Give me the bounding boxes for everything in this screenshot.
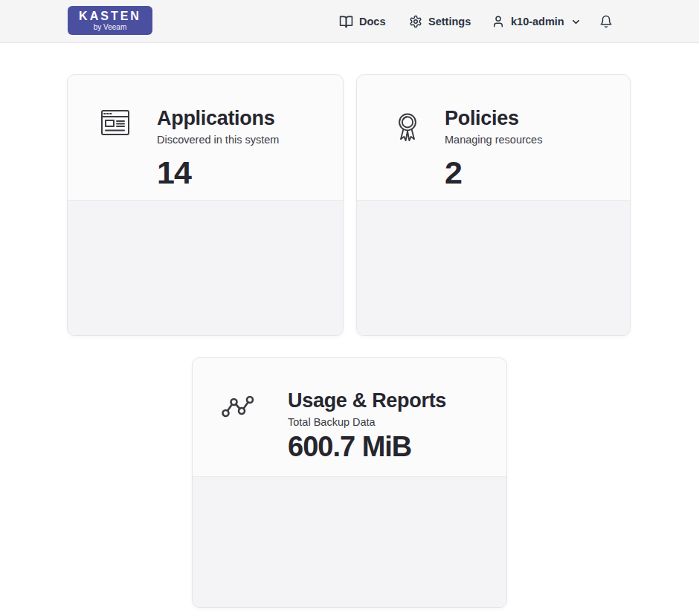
docs-label: Docs <box>359 16 385 27</box>
notifications-button[interactable] <box>599 0 613 43</box>
applications-window-icon <box>100 109 130 139</box>
kasten-logo[interactable]: KASTEN by Veeam <box>68 6 152 35</box>
logo-title: KASTEN <box>79 10 141 22</box>
applications-count: 14 <box>157 157 191 189</box>
chevron-down-icon <box>570 16 582 27</box>
chart-nodes-icon <box>221 392 255 424</box>
user-label: k10-admin <box>511 16 564 27</box>
settings-link[interactable]: Settings <box>409 0 471 43</box>
policies-title: Policies <box>445 108 519 129</box>
award-ribbon-icon <box>393 111 422 148</box>
policies-subtitle: Managing resources <box>445 134 542 146</box>
applications-subtitle: Discovered in this system <box>157 134 279 146</box>
user-menu[interactable]: k10-admin <box>492 0 582 43</box>
user-icon <box>492 15 505 28</box>
docs-link[interactable]: Docs <box>339 0 385 43</box>
settings-label: Settings <box>428 16 471 27</box>
applications-badges-section: 1 Compliant 0 Non-Compliant 13 Unmanaged <box>68 200 343 335</box>
book-icon <box>339 15 353 29</box>
usage-total: 600.7 MiB <box>288 432 411 461</box>
logo-subtitle: by Veeam <box>94 24 126 31</box>
policies-card: Policies Managing resources 2 2 Backup P… <box>356 74 631 336</box>
applications-card: Applications Discovered in this system 1… <box>67 74 344 336</box>
policies-badges-section: 2 Backup Policies 0 Import Policies <box>357 200 630 335</box>
gear-icon <box>409 15 422 28</box>
policies-count: 2 <box>445 157 462 189</box>
bell-icon <box>599 15 613 28</box>
backups-section: BACKUPS Snapshots 0 B 0% Object Storage … <box>193 476 506 607</box>
usage-subtitle: Total Backup Data <box>288 417 376 428</box>
usage-title: Usage & Reports <box>288 391 446 411</box>
usage-reports-card: Usage & Reports Total Backup Data 600.7 … <box>192 357 507 608</box>
app-header: KASTEN by Veeam Docs Settings k10-admin <box>0 0 699 43</box>
applications-title: Applications <box>157 108 274 129</box>
